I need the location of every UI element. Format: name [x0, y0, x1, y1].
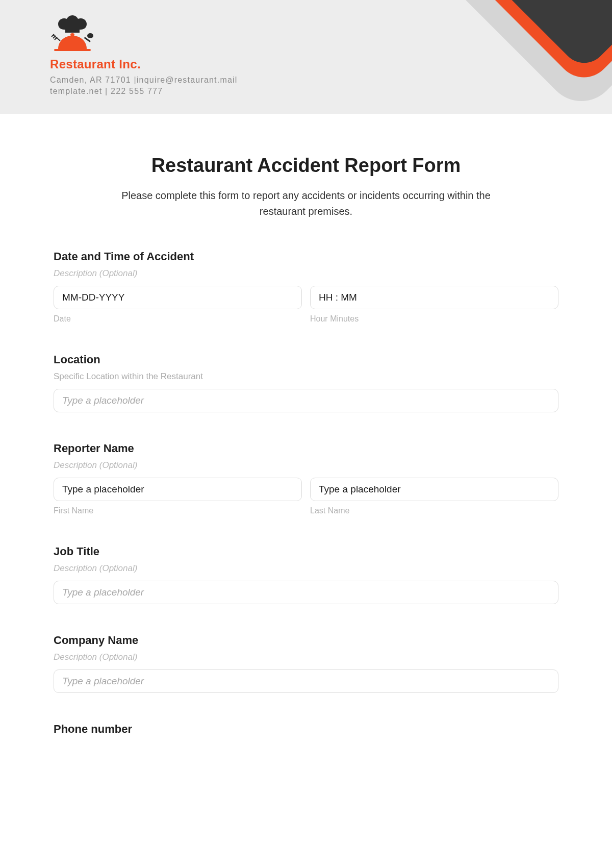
section-phone: Phone number: [54, 723, 558, 736]
first-name-sublabel: First Name: [54, 506, 302, 515]
svg-rect-0: [65, 29, 80, 33]
form-intro: Please complete this form to report any …: [112, 188, 500, 219]
company-name: Restaurant Inc.: [50, 57, 238, 71]
location-input[interactable]: [54, 389, 558, 412]
svg-point-7: [70, 33, 74, 36]
location-label: Location: [54, 353, 558, 366]
date-sublabel: Date: [54, 314, 302, 324]
jobtitle-input[interactable]: [54, 581, 558, 604]
time-input[interactable]: [310, 286, 558, 309]
form-container: Restaurant Accident Report Form Please c…: [0, 114, 612, 736]
jobtitle-desc: Description (Optional): [54, 563, 558, 574]
company-input[interactable]: [54, 669, 558, 693]
location-desc: Specific Location within the Restaurant: [54, 371, 558, 382]
branding: Restaurant Inc. Camden, AR 71701 |inquir…: [50, 14, 238, 97]
svg-rect-8: [54, 49, 91, 51]
company-contact: template.net | 222 555 777: [50, 86, 238, 97]
first-name-input[interactable]: [54, 478, 302, 501]
reporter-desc: Description (Optional): [54, 460, 558, 470]
restaurant-logo-icon: [50, 14, 95, 53]
form-title: Restaurant Accident Report Form: [54, 155, 558, 177]
company-desc: Description (Optional): [54, 652, 558, 662]
last-name-sublabel: Last Name: [310, 506, 558, 515]
company-label: Company Name: [54, 634, 558, 647]
jobtitle-label: Job Title: [54, 545, 558, 558]
section-datetime: Date and Time of Accident Description (O…: [54, 250, 558, 324]
company-address: Camden, AR 71701 |inquire@restaurant.mai…: [50, 75, 238, 86]
section-company: Company Name Description (Optional): [54, 634, 558, 693]
phone-label: Phone number: [54, 723, 558, 736]
header-banner: Restaurant Inc. Camden, AR 71701 |inquir…: [0, 0, 612, 114]
section-reporter: Reporter Name Description (Optional) Fir…: [54, 442, 558, 515]
section-location: Location Specific Location within the Re…: [54, 353, 558, 412]
date-input[interactable]: [54, 286, 302, 309]
reporter-label: Reporter Name: [54, 442, 558, 455]
svg-point-5: [87, 33, 93, 38]
time-sublabel: Hour Minutes: [310, 314, 558, 324]
section-jobtitle: Job Title Description (Optional): [54, 545, 558, 604]
last-name-input[interactable]: [310, 478, 558, 501]
datetime-desc: Description (Optional): [54, 268, 558, 279]
datetime-label: Date and Time of Accident: [54, 250, 558, 263]
